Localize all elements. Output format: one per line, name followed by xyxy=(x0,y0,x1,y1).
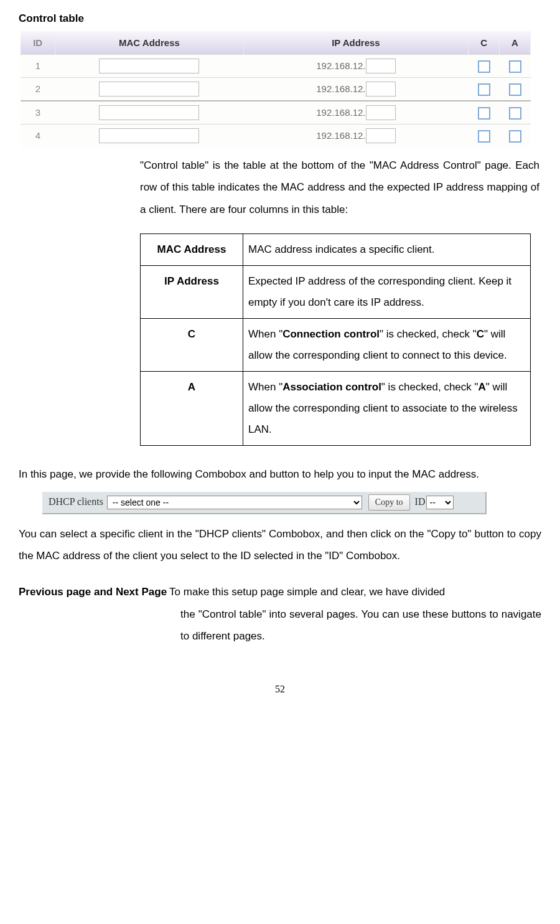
checkbox-a[interactable] xyxy=(509,83,521,96)
copy-to-button[interactable]: Copy to xyxy=(368,494,410,511)
table-row: 1 192.168.12. xyxy=(21,54,531,77)
checkbox-c[interactable] xyxy=(478,107,490,120)
nav-lead: Previous page and Next Page xyxy=(19,581,167,603)
ip-input[interactable] xyxy=(366,59,396,73)
intro-paragraph: "Control table" is the table at the bott… xyxy=(140,154,539,221)
mac-input[interactable] xyxy=(99,59,199,73)
th-a: A xyxy=(500,31,531,55)
ip-input[interactable] xyxy=(366,82,396,97)
page-number: 52 xyxy=(19,682,541,696)
nav-rest: the "Control table" into several pages. … xyxy=(180,603,541,648)
th-ip: IP Address xyxy=(243,31,469,55)
dhcp-label: DHCP clients xyxy=(49,495,103,509)
definitions-table: MAC Address MAC address indicates a spec… xyxy=(140,233,531,446)
row-id: 2 xyxy=(21,77,55,101)
table-row: 3 192.168.12. xyxy=(21,101,531,125)
def-desc-mac: MAC address indicates a specific client. xyxy=(243,233,531,265)
def-desc-ip: Expected IP address of the corresponding… xyxy=(243,265,531,318)
ip-prefix: 192.168.12. xyxy=(316,130,365,140)
section-title: Control table xyxy=(19,11,541,26)
th-id: ID xyxy=(21,31,55,55)
row-id: 4 xyxy=(21,124,55,147)
checkbox-c[interactable] xyxy=(478,83,490,96)
def-desc-a: When "Association control" is checked, c… xyxy=(243,371,531,445)
dhcp-clients-bar: DHCP clients -- select one -- Copy to ID… xyxy=(42,492,487,514)
nav-paragraph: Previous page and Next Page To make this… xyxy=(19,581,541,648)
ip-input[interactable] xyxy=(366,105,396,120)
def-label-ip: IP Address xyxy=(141,265,243,318)
table-row: 2 192.168.12. xyxy=(21,77,531,101)
dhcp-clients-select[interactable]: -- select one -- xyxy=(107,496,362,509)
control-table: ID MAC Address IP Address C A 1 192.168.… xyxy=(21,31,531,147)
th-mac: MAC Address xyxy=(55,31,243,55)
def-label-c: C xyxy=(141,318,243,371)
checkbox-c[interactable] xyxy=(478,60,490,73)
mac-input[interactable] xyxy=(99,105,199,120)
table-row: 4 192.168.12. xyxy=(21,124,531,147)
ip-prefix: 192.168.12. xyxy=(316,106,365,117)
row-id: 3 xyxy=(21,101,55,125)
def-desc-c: When "Connection control" is checked, ch… xyxy=(243,318,531,371)
ip-prefix: 192.168.12. xyxy=(316,60,365,70)
ip-prefix: 192.168.12. xyxy=(316,83,365,93)
row-id: 1 xyxy=(21,54,55,77)
control-table-header-row: ID MAC Address IP Address C A xyxy=(21,31,531,55)
nav-line1: To make this setup page simple and clear… xyxy=(167,581,541,603)
mac-input[interactable] xyxy=(99,128,199,143)
checkbox-a[interactable] xyxy=(509,107,521,120)
copy-explain-paragraph: You can select a specific client in the … xyxy=(19,523,541,567)
combobox-intro: In this page, we provide the following C… xyxy=(19,463,541,486)
checkbox-a[interactable] xyxy=(509,130,521,143)
checkbox-a[interactable] xyxy=(509,60,521,73)
def-label-a: A xyxy=(141,371,243,445)
dhcp-id-select[interactable]: -- xyxy=(426,496,454,509)
checkbox-c[interactable] xyxy=(478,130,490,143)
mac-input[interactable] xyxy=(99,82,199,97)
def-label-mac: MAC Address xyxy=(141,233,243,265)
ip-input[interactable] xyxy=(366,128,396,143)
dhcp-id-label: ID xyxy=(415,495,426,509)
th-c: C xyxy=(469,31,500,55)
